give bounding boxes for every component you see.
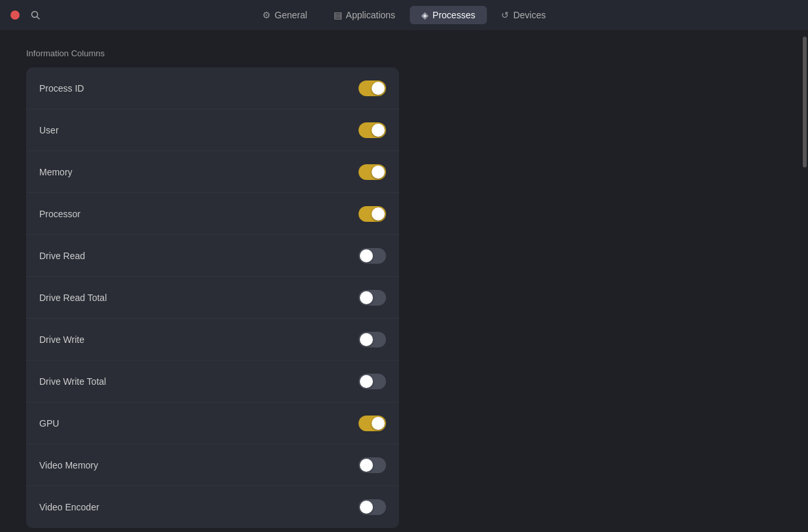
row-processor: Processor (26, 193, 399, 235)
label-video-encoder: Video Encoder (39, 502, 99, 512)
tab-label-applications: Applications (346, 10, 396, 20)
toggle-knob-video-memory (360, 459, 373, 472)
toggle-knob-gpu (372, 417, 385, 430)
scrollbar-thumb (803, 37, 807, 168)
devices-icon: ↺ (501, 10, 509, 20)
search-button[interactable] (30, 10, 41, 20)
toggle-memory[interactable] (359, 164, 386, 180)
toggle-user[interactable] (359, 122, 386, 138)
toggle-drive-write[interactable] (359, 332, 386, 347)
toggle-knob-drive-write (360, 333, 373, 346)
label-user: User (39, 125, 59, 135)
toggle-video-encoder[interactable] (359, 499, 386, 515)
row-video-memory: Video Memory (26, 444, 399, 486)
toggle-drive-read[interactable] (359, 248, 386, 264)
close-button[interactable] (10, 10, 20, 20)
toggle-process-id[interactable] (359, 80, 386, 96)
toggle-knob-video-encoder (360, 501, 373, 514)
toggle-gpu[interactable] (359, 416, 386, 431)
row-drive-write-total: Drive Write Total (26, 361, 399, 402)
label-process-id: Process ID (39, 83, 84, 94)
label-drive-read-total: Drive Read Total (39, 293, 107, 303)
tab-devices[interactable]: ↺Devices (489, 6, 557, 24)
row-drive-write: Drive Write (26, 319, 399, 361)
scrollbar-track[interactable] (800, 30, 808, 532)
label-gpu: GPU (39, 418, 59, 429)
tab-general[interactable]: ⚙General (251, 6, 319, 24)
label-drive-write-total: Drive Write Total (39, 376, 106, 387)
tab-label-processes: Processes (432, 10, 475, 20)
applications-icon: ▤ (334, 10, 342, 20)
general-icon: ⚙ (262, 10, 271, 20)
toggle-drive-write-total[interactable] (359, 374, 386, 389)
titlebar: ⚙General▤Applications◈Processes↺Devices (0, 0, 808, 30)
row-drive-read: Drive Read (26, 235, 399, 277)
tab-processes[interactable]: ◈Processes (410, 6, 487, 24)
label-drive-read: Drive Read (39, 251, 85, 261)
main-content: Information Columns Process IDUserMemory… (0, 30, 808, 532)
processes-icon: ◈ (421, 10, 429, 20)
row-process-id: Process ID (26, 67, 399, 109)
toggle-video-memory[interactable] (359, 457, 386, 473)
row-video-encoder: Video Encoder (26, 486, 399, 528)
tab-label-devices: Devices (513, 10, 546, 20)
row-drive-read-total: Drive Read Total (26, 277, 399, 319)
toggle-knob-user (372, 124, 385, 137)
row-memory: Memory (26, 151, 399, 193)
content-area: Information Columns Process IDUserMemory… (0, 30, 800, 532)
tab-applications[interactable]: ▤Applications (322, 6, 408, 24)
svg-line-1 (37, 17, 40, 20)
toggle-knob-process-id (372, 82, 385, 95)
toggle-knob-drive-write-total (360, 375, 373, 388)
row-gpu: GPU (26, 402, 399, 444)
toggle-drive-read-total[interactable] (359, 290, 386, 306)
row-user: User (26, 109, 399, 151)
label-video-memory: Video Memory (39, 460, 98, 470)
window-controls (10, 10, 41, 20)
label-processor: Processor (39, 209, 80, 219)
toggle-processor[interactable] (359, 206, 386, 222)
nav-tabs: ⚙General▤Applications◈Processes↺Devices (251, 6, 557, 24)
label-memory: Memory (39, 167, 73, 177)
label-drive-write: Drive Write (39, 334, 84, 345)
section-title: Information Columns (26, 48, 774, 58)
settings-card: Process IDUserMemoryProcessorDrive ReadD… (26, 67, 399, 528)
toggle-knob-processor (372, 207, 385, 221)
toggle-knob-drive-read-total (360, 291, 373, 304)
tab-label-general: General (275, 10, 307, 20)
toggle-knob-drive-read (360, 249, 373, 262)
toggle-knob-memory (372, 166, 385, 179)
